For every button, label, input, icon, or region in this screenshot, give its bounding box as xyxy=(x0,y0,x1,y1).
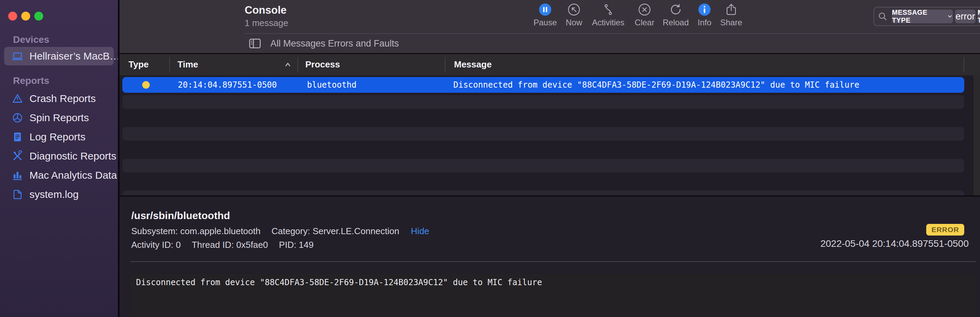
tab-all-messages[interactable]: All Messages xyxy=(270,38,326,49)
column-divider[interactable] xyxy=(298,57,298,72)
clear-circle-x-icon xyxy=(638,3,651,16)
sidebar-item-crash-reports[interactable]: Crash Reports xyxy=(4,89,114,108)
empty-row-stripe xyxy=(123,95,964,109)
toolbar-button-label: Share xyxy=(720,18,742,27)
search-icon xyxy=(878,11,888,22)
warning-triangle-icon xyxy=(12,93,23,105)
sidebar-item-label: Log Reports xyxy=(29,131,85,143)
share-icon xyxy=(724,3,738,16)
sidebar: DevicesHellraiser’s MacB…ReportsCrash Re… xyxy=(0,0,118,317)
toolbar: Console 1 message PauseNowActivitiesClea… xyxy=(119,0,980,53)
spin-icon xyxy=(12,112,23,124)
now-arrow-icon xyxy=(567,3,581,16)
detail-timestamp: 2022-05-04 20:14:04.897551-0500 xyxy=(820,238,969,249)
sidebar-item-diagnostic-reports[interactable]: Diagnostic Reports xyxy=(4,147,114,165)
filter-token-label: MESSAGE TYPE xyxy=(978,9,980,24)
detail-meta-line-2: Activity ID: 0Thread ID: 0x5fae0PID: 149 xyxy=(131,239,325,250)
tab-errors-and-faults[interactable]: Errors and Faults xyxy=(328,38,399,49)
filter-token-message-type-2[interactable]: MESSAGE TYPE xyxy=(978,10,980,23)
log-table: 20:14:04.897551-0500 bluetoothd Disconne… xyxy=(119,75,972,195)
detail-meta-item: Category: Server.LE.Connection xyxy=(271,226,399,236)
sidebar-item-label: Mac Analytics Data xyxy=(29,170,117,181)
toolbar-button-share[interactable]: Share xyxy=(713,3,750,33)
message-count: 1 message xyxy=(245,18,288,29)
sidebar-section-header-reports: Reports xyxy=(13,75,49,86)
column-header-time[interactable]: Time xyxy=(178,59,198,70)
sidebar-item-label: Hellraiser’s MacB… xyxy=(29,50,120,62)
column-divider[interactable] xyxy=(445,57,445,72)
bar-chart-icon xyxy=(12,170,23,181)
toolbar-button-label: Reload xyxy=(663,18,689,27)
laptop-icon xyxy=(12,50,23,62)
pause-icon xyxy=(538,3,552,16)
empty-row-stripe xyxy=(123,159,964,173)
detail-pane: /usr/sbin/bluetoothd Subsystem: com.appl… xyxy=(119,197,980,317)
cell-time: 20:14:04.897551-0500 xyxy=(178,80,277,90)
file-icon xyxy=(12,189,23,200)
sort-ascending-icon xyxy=(283,60,292,69)
column-divider[interactable] xyxy=(169,57,170,72)
sidebar-item-log-reports[interactable]: Log Reports xyxy=(4,128,114,146)
sidebar-item-label: Crash Reports xyxy=(29,93,95,105)
info-icon xyxy=(698,3,711,16)
sidebar-item-hellraiser-s-macb[interactable]: Hellraiser’s MacB… xyxy=(4,47,114,65)
detail-divider xyxy=(130,261,976,262)
toolbar-button-label: Activities xyxy=(592,18,625,27)
toolbar-button-label: Info xyxy=(698,18,711,27)
detail-meta-line-1: Subsystem: com.apple.bluetoothCategory: … xyxy=(131,226,430,236)
detail-meta-item: Thread ID: 0x5fae0 xyxy=(191,239,268,250)
chevron-down-icon xyxy=(947,13,953,19)
column-header-type[interactable]: Type xyxy=(129,59,149,70)
sidebar-item-label: system.log xyxy=(29,189,78,200)
filter-token-message-type-0[interactable]: MESSAGE TYPE xyxy=(892,10,953,23)
toolbar-button-now[interactable]: Now xyxy=(555,3,593,33)
cell-process: bluetoothd xyxy=(307,80,357,90)
process-path: /usr/sbin/bluetoothd xyxy=(131,210,230,222)
sidebar-toggle-icon[interactable] xyxy=(247,36,263,51)
sidebar-item-mac-analytics-data[interactable]: Mac Analytics Data xyxy=(4,166,114,184)
zoom-window-button[interactable] xyxy=(34,12,43,21)
log-document-icon xyxy=(12,131,23,143)
log-row-selected[interactable]: 20:14:04.897551-0500 bluetoothd Disconne… xyxy=(123,77,964,93)
cell-message: Disconnected from device "88C4DFA3-58DE-… xyxy=(453,80,859,90)
reload-icon xyxy=(669,3,682,16)
sidebar-item-label: Diagnostic Reports xyxy=(29,150,116,162)
column-header-message[interactable]: Message xyxy=(454,59,492,70)
error-level-badge: ERROR xyxy=(926,224,964,236)
sidebar-section-header-devices: Devices xyxy=(13,34,49,45)
toolbar-button-label: Now xyxy=(566,18,582,27)
close-window-button[interactable] xyxy=(8,12,17,21)
activities-path-icon xyxy=(601,3,615,16)
scrollbar-gutter xyxy=(972,75,980,195)
empty-row-stripe xyxy=(123,191,964,195)
sidebar-item-spin-reports[interactable]: Spin Reports xyxy=(4,109,114,127)
minimize-window-button[interactable] xyxy=(21,12,30,21)
search-input[interactable]: MESSAGE TYPEerrorMESSAGE TYPEfaultPROCES… xyxy=(873,7,980,26)
hide-link[interactable]: Hide xyxy=(411,226,429,236)
filter-token-label: MESSAGE TYPE xyxy=(892,9,945,24)
column-header-process[interactable]: Process xyxy=(305,59,340,70)
toolbar-button-label: Pause xyxy=(533,18,557,27)
tools-icon xyxy=(12,150,23,162)
error-level-dot xyxy=(142,81,150,89)
table-header: Type Time Process Message xyxy=(119,54,980,75)
sidebar-item-system-log[interactable]: system.log xyxy=(4,185,114,204)
toolbar-button-activities[interactable]: Activities xyxy=(589,3,627,33)
filter-token-error-1[interactable]: error xyxy=(955,10,975,23)
console-window: DevicesHellraiser’s MacB…ReportsCrash Re… xyxy=(0,0,980,317)
sidebar-item-label: Spin Reports xyxy=(29,112,89,124)
empty-row-stripe xyxy=(123,127,964,141)
detail-meta-item: PID: 149 xyxy=(279,239,313,250)
column-divider[interactable] xyxy=(964,57,964,72)
toolbar-divider xyxy=(245,33,980,34)
filter-token-label: error xyxy=(955,11,975,22)
toolbar-button-label: Clear xyxy=(635,18,654,27)
detail-meta-item: Activity ID: 0 xyxy=(131,239,181,250)
detail-message-text: Disconnected from device "88C4DFA3-58DE-… xyxy=(136,277,542,287)
window-title: Console xyxy=(245,4,286,16)
message-box: Disconnected from device "88C4DFA3-58DE-… xyxy=(130,274,976,317)
detail-meta-item: Subsystem: com.apple.bluetooth xyxy=(131,226,261,236)
